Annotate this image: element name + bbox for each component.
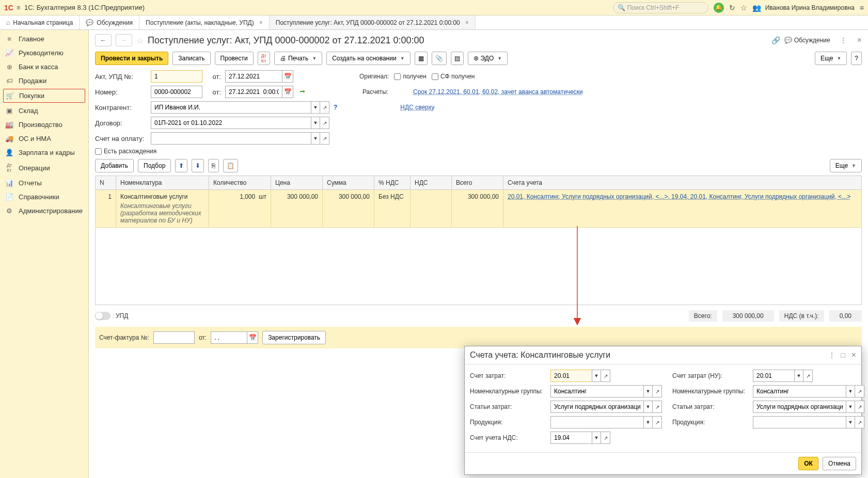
user-name[interactable]: Иванова Ирина Владимировна xyxy=(765,4,855,11)
register-button[interactable]: Зарегистрировать xyxy=(262,331,326,344)
notifications-icon[interactable]: 🔔 xyxy=(714,3,724,13)
history-icon[interactable]: ↻ xyxy=(729,4,735,12)
copy-button[interactable]: ⎘ xyxy=(208,159,219,172)
cell-acc[interactable]: 20.01, Консалтинг, Услуги подрядных орга… xyxy=(503,190,862,228)
help-button[interactable]: ? xyxy=(851,52,862,65)
sidebar-item-warehouse[interactable]: ▣Склад xyxy=(0,104,88,118)
help-icon[interactable]: ? xyxy=(334,104,337,111)
chevron-down-icon[interactable]: ▼ xyxy=(311,101,320,114)
cost-items-input[interactable] xyxy=(550,401,643,413)
open-icon[interactable]: ↗ xyxy=(320,101,329,114)
cost-items-nu-input[interactable] xyxy=(753,401,846,413)
calendar-icon[interactable]: 📅 xyxy=(282,70,293,83)
open-icon[interactable]: ↗ xyxy=(803,370,813,382)
create-based-button[interactable]: Создать на основании▼ xyxy=(326,52,410,65)
close-icon[interactable]: × xyxy=(857,36,862,45)
move-down-button[interactable]: ⬇ xyxy=(192,159,204,172)
open-icon[interactable]: ↗ xyxy=(320,132,329,145)
chevron-down-icon[interactable]: ▼ xyxy=(643,401,653,413)
col-vat[interactable]: НДС xyxy=(411,176,452,190)
open-icon[interactable]: ↗ xyxy=(855,385,864,397)
table-scroll-area[interactable] xyxy=(95,228,862,305)
ok-button[interactable]: ОК xyxy=(798,457,818,470)
open-icon[interactable]: ↗ xyxy=(653,416,662,428)
tab-receipts-list[interactable]: Поступление (акты, накладные, УПД)× xyxy=(139,15,270,29)
cell-nom[interactable]: Консалтинговые услуги Консалтинговые усл… xyxy=(116,190,209,228)
cell-qty[interactable]: 1,000 шт xyxy=(209,190,271,228)
chevron-down-icon[interactable]: ▼ xyxy=(311,132,320,145)
post-and-close-button[interactable]: Провести и закрыть xyxy=(95,52,168,65)
sidebar-item-bank[interactable]: ⊕Банк и касса xyxy=(0,60,88,74)
open-icon[interactable]: ↗ xyxy=(653,401,662,413)
contract-input[interactable] xyxy=(151,117,311,129)
number-date-input[interactable] xyxy=(225,86,282,98)
edo-button[interactable]: ⊛ЭДО▼ xyxy=(468,52,508,65)
open-icon[interactable]: ↗ xyxy=(653,385,662,397)
col-nom[interactable]: Номенклатура xyxy=(116,176,209,190)
app-menu-icon[interactable]: ≡ xyxy=(860,4,864,12)
cell-sum[interactable]: 300 000,00 xyxy=(323,190,374,228)
tab-home[interactable]: ⌂Начальная страница xyxy=(0,15,80,29)
search-input[interactable]: 🔍 Поиск Ctrl+Shift+F xyxy=(613,2,708,13)
vat-acc-input[interactable] xyxy=(550,432,592,444)
sidebar-item-reports[interactable]: 📊Отчеты xyxy=(0,176,88,190)
calendar-icon[interactable]: 📅 xyxy=(282,86,293,98)
close-icon[interactable]: × xyxy=(259,19,263,26)
select-button[interactable]: Подбор xyxy=(138,159,171,172)
sidebar-item-refs[interactable]: 📄Справочники xyxy=(0,190,88,204)
chevron-down-icon[interactable]: ▼ xyxy=(592,432,601,444)
nav-forward-button[interactable]: → xyxy=(116,34,132,46)
sidebar-item-main[interactable]: ≡Главное xyxy=(0,32,88,46)
discussion-button[interactable]: 💬Обсуждение xyxy=(784,37,830,44)
post-button[interactable]: Провести xyxy=(215,52,254,65)
nom-grp-input[interactable] xyxy=(550,385,643,397)
more-icon[interactable]: ⋮ xyxy=(840,36,847,44)
sidebar-item-hr[interactable]: 👤Зарплата и кадры xyxy=(0,146,88,160)
cost-acc-nu-input[interactable] xyxy=(753,370,794,382)
chevron-down-icon[interactable]: ▼ xyxy=(592,370,601,382)
contractor-input[interactable] xyxy=(151,101,311,114)
act-date-input[interactable] xyxy=(225,70,282,83)
open-icon[interactable]: ↗ xyxy=(855,401,864,413)
col-n[interactable]: N xyxy=(96,176,116,190)
col-acc[interactable]: Счета учета xyxy=(503,176,862,190)
close-icon[interactable]: × xyxy=(465,19,469,26)
open-icon[interactable]: ↗ xyxy=(601,370,610,382)
product-input[interactable] xyxy=(550,416,643,428)
dtkt-button[interactable]: ДтКт xyxy=(258,52,270,65)
sf-number-input[interactable] xyxy=(153,331,195,344)
sidebar-item-purchases[interactable]: 🛒Покупки xyxy=(3,89,85,103)
discrepancy-checkbox[interactable]: Есть расхождения xyxy=(95,148,156,155)
close-icon[interactable]: × xyxy=(851,350,856,360)
chevron-down-icon[interactable]: ▼ xyxy=(846,401,855,413)
sidebar-item-assets[interactable]: 🚚ОС и НМА xyxy=(0,132,88,146)
sidebar-item-sales[interactable]: 🏷Продажи xyxy=(0,74,88,88)
save-button[interactable]: Записать xyxy=(172,52,210,65)
move-up-button[interactable]: ⬆ xyxy=(175,159,187,172)
favorites-icon[interactable]: ☆ xyxy=(740,4,747,12)
chevron-down-icon[interactable]: ▼ xyxy=(846,385,855,397)
star-icon[interactable]: ☆ xyxy=(136,36,144,45)
more-icon[interactable]: ⋮ xyxy=(828,351,835,359)
add-row-button[interactable]: Добавить xyxy=(95,159,134,172)
open-icon[interactable]: ↗ xyxy=(855,416,864,428)
sidebar-item-manager[interactable]: 📈Руководителю xyxy=(0,46,88,60)
link-icon[interactable]: 🔗 xyxy=(771,36,780,44)
post-mini-icon[interactable]: ⮕ xyxy=(299,88,306,95)
tab-discussions[interactable]: 💬Обсуждения xyxy=(80,15,139,29)
paste-button[interactable]: 📋 xyxy=(223,159,238,172)
maximize-icon[interactable]: □ xyxy=(841,351,845,359)
table-more-button[interactable]: Еще▼ xyxy=(830,159,862,172)
sf-received-checkbox[interactable]: СФ получен xyxy=(432,73,475,80)
acc-link[interactable]: 20.01, Консалтинг, Услуги подрядных орга… xyxy=(508,193,850,200)
cell-vat-pct[interactable]: Без НДС xyxy=(374,190,411,228)
received-checkbox[interactable]: получен xyxy=(394,73,426,80)
attach-button[interactable]: 📎 xyxy=(432,52,447,65)
nav-back-button[interactable]: ← xyxy=(95,34,112,46)
sf-date-input[interactable] xyxy=(211,331,247,344)
chevron-down-icon[interactable]: ▼ xyxy=(643,385,653,397)
vat-link[interactable]: НДС сверху xyxy=(400,104,434,111)
sidebar-item-production[interactable]: 🏭Производство xyxy=(0,118,88,132)
col-vat-pct[interactable]: % НДС xyxy=(374,176,411,190)
col-price[interactable]: Цена xyxy=(271,176,323,190)
